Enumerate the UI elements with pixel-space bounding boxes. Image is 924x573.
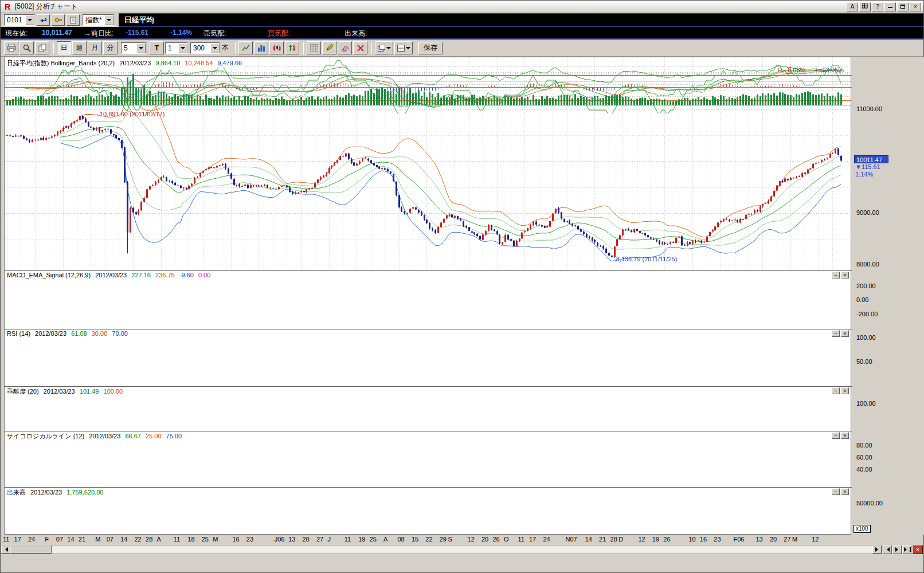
psy-low-level: 25.00 <box>146 433 162 439</box>
volume-value: 1,759,620.00 <box>66 489 103 496</box>
price-axis-label: 9000.00 <box>856 209 879 216</box>
pencil-icon <box>326 44 333 52</box>
delete-drawing-button[interactable] <box>353 41 367 54</box>
time-axis-label: 11 <box>518 536 524 543</box>
bars-combo[interactable]: 300 <box>190 42 220 54</box>
arrow-glyph <box>28 19 32 23</box>
layout-template-button[interactable] <box>375 41 393 54</box>
nav-next-button[interactable] <box>892 545 902 554</box>
volume-close-button[interactable]: × <box>841 488 849 495</box>
minute-combo[interactable]: 5 <box>121 42 146 54</box>
draw-pencil-button[interactable] <box>322 41 336 54</box>
scrollbar-track[interactable] <box>52 545 872 554</box>
time-axis-label: 27 <box>316 536 323 543</box>
note-icon <box>70 17 77 24</box>
scrollbar-thumb[interactable] <box>10 545 52 554</box>
panel-template-button[interactable] <box>394 41 413 54</box>
code-combo[interactable]: 0101 <box>4 14 35 26</box>
right-arrow-icon <box>875 547 880 552</box>
eraser-icon <box>341 45 349 52</box>
print-button[interactable] <box>4 41 18 54</box>
chevron-down-icon[interactable] <box>25 15 34 25</box>
arrow-glyph <box>213 47 217 52</box>
zoom-button[interactable] <box>19 41 34 54</box>
restore-button[interactable] <box>897 2 909 11</box>
kairi-minimize-button[interactable]: − <box>832 387 840 394</box>
close-button[interactable]: × <box>910 2 921 11</box>
rsi-low-level: 30.00 <box>92 330 108 337</box>
nav-end-button[interactable] <box>902 545 911 554</box>
chevron-down-icon[interactable] <box>210 43 220 53</box>
time-axis-label: 07 <box>107 536 113 543</box>
macd-minimize-button[interactable]: − <box>832 272 840 278</box>
period-month-button[interactable]: 月 <box>88 41 102 54</box>
grid-toggle-button[interactable] <box>307 41 321 54</box>
time-axis-label: 28 <box>146 536 152 543</box>
bar-chart-button[interactable] <box>254 41 268 54</box>
macd-date: 2012/03/23 <box>95 272 127 278</box>
scroll-right-button[interactable] <box>872 545 882 554</box>
time-axis-label: 22 <box>134 536 141 543</box>
volume-unit-label: x100 <box>853 525 871 533</box>
copy-chart-button[interactable] <box>35 41 49 54</box>
volume-minimize-button[interactable]: − <box>832 488 840 495</box>
minimize-button[interactable] <box>884 2 896 11</box>
kairi-value: 101.49 <box>80 388 99 395</box>
rsi-minimize-button[interactable]: − <box>832 330 840 337</box>
printer-icon <box>7 44 16 52</box>
time-axis-label: 21 <box>599 536 606 543</box>
low-annotation: 8,135.79 (2011/11/25) <box>616 256 678 262</box>
submit-code-button[interactable] <box>37 14 50 26</box>
chevron-down-icon[interactable] <box>136 43 146 53</box>
horizontal-scrollbar[interactable] <box>1 545 882 554</box>
titlebar[interactable]: R [5002] 分析チャート A ? × <box>1 1 923 13</box>
indicator-setup-button[interactable] <box>285 41 299 54</box>
plot-region: 日経平均(指数) Bollinger_Bands (20,2) 2012/03/… <box>4 57 851 535</box>
arrow-glyph <box>107 19 111 23</box>
time-axis-label: 10 <box>688 536 695 543</box>
volume-panel-header: 出来高 2012/03/23 1,759,620.00 <box>7 488 106 497</box>
scroll-left-button[interactable] <box>1 545 10 554</box>
price-axis-label: 0.00 <box>856 296 868 303</box>
chevron-down-icon[interactable] <box>104 15 113 25</box>
kairi-close-button[interactable]: × <box>841 387 849 394</box>
price-axis-label: 8000.00 <box>856 261 879 268</box>
price-change-tag: ▼115.61 <box>854 163 894 171</box>
volume-title: 出来高 <box>7 489 26 496</box>
chart-close-button[interactable]: × <box>913 545 923 554</box>
rsi-close-button[interactable]: × <box>841 330 849 337</box>
font-size-button[interactable]: A <box>847 2 858 11</box>
hotkey-button[interactable] <box>52 14 65 26</box>
category-combo[interactable]: 指数* <box>83 14 114 26</box>
time-axis-label: 12 <box>638 536 645 543</box>
memo-button[interactable] <box>66 14 80 26</box>
price-axis-label: 60.00 <box>856 454 872 461</box>
candle-chart-button[interactable] <box>269 41 284 54</box>
time-axis-label: S <box>448 536 452 543</box>
window-title: [5002] 分析チャート <box>15 2 845 11</box>
psy-close-button[interactable]: × <box>841 432 849 439</box>
layout-button[interactable] <box>859 2 871 11</box>
help-button[interactable]: ? <box>872 2 883 11</box>
time-axis-label: M <box>95 536 100 543</box>
current-price-label: 現在値: <box>5 29 28 38</box>
psy-high-level: 75.00 <box>166 433 182 439</box>
nav-prev-button[interactable] <box>883 545 892 554</box>
tick-type-button[interactable]: T <box>150 41 164 54</box>
psy-minimize-button[interactable]: − <box>832 432 840 439</box>
period-day-button[interactable]: 日 <box>57 41 71 54</box>
multiplier-value: 1 <box>166 44 178 52</box>
arrow-glyph <box>139 47 143 52</box>
period-week-button[interactable]: 週 <box>72 41 87 54</box>
eraser-button[interactable] <box>338 41 352 54</box>
period-minute-button[interactable]: 分 <box>103 41 118 54</box>
save-button[interactable]: 保存 <box>418 42 443 54</box>
macd-close-button[interactable]: × <box>841 272 849 278</box>
trendline-button[interactable] <box>238 41 253 54</box>
low-percent: L: 23.05% <box>815 66 844 73</box>
time-axis-label: 17 <box>529 536 536 543</box>
multiplier-combo[interactable]: 1 <box>165 42 188 54</box>
time-axis: 111724F071421M07142228A111825M1623J06132… <box>4 535 851 545</box>
chevron-down-icon[interactable] <box>178 43 187 53</box>
toolbar-separator <box>371 42 372 54</box>
